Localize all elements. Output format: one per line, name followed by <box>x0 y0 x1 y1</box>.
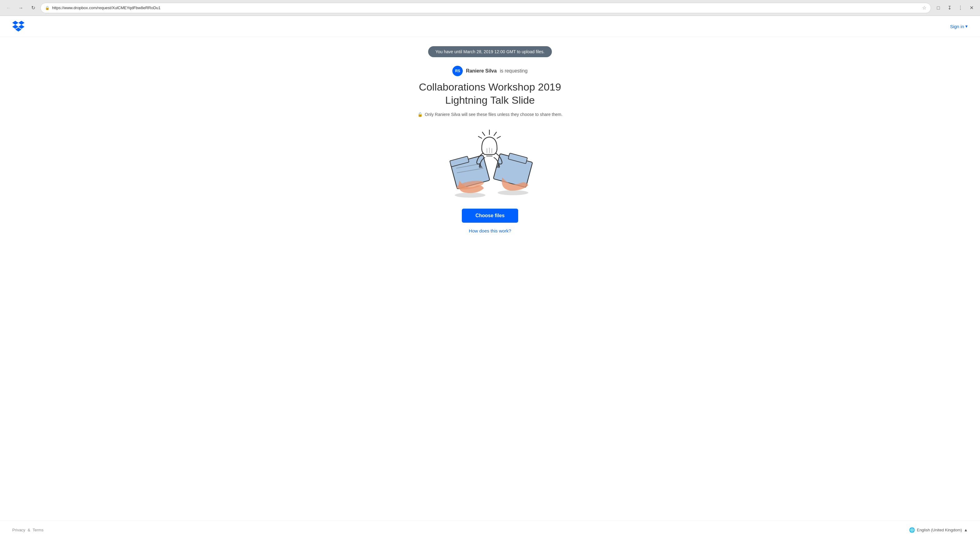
sign-in-arrow: ▾ <box>965 24 968 29</box>
svg-point-3 <box>455 193 485 198</box>
globe-icon: 🌐 <box>909 527 915 533</box>
requester-row: RS Raniere Silva is requesting <box>452 66 527 76</box>
cast-button[interactable]: □ <box>934 3 943 13</box>
address-bar: 🔒 ☆ <box>40 3 931 13</box>
privacy-text: Only Raniere Silva will see these files … <box>425 112 563 117</box>
main-content: You have until March 28, 2019 12:00 GMT … <box>0 37 980 521</box>
language-arrow: ▲ <box>964 528 968 532</box>
page-footer: Privacy & Terms 🌐 English (United Kingdo… <box>0 521 980 539</box>
choose-files-label: Choose files <box>475 213 504 218</box>
sign-in-button[interactable]: Sign in ▾ <box>950 24 968 29</box>
language-selector[interactable]: 🌐 English (United Kingdom) ▲ <box>909 527 968 533</box>
avatar: RS <box>452 66 463 76</box>
save-button[interactable]: ↧ <box>945 3 954 13</box>
illustration-area <box>444 125 536 199</box>
request-title: Collaborations Workshop 2019 Lightning T… <box>410 81 570 106</box>
close-button[interactable]: ✕ <box>967 3 976 13</box>
back-button[interactable]: ← <box>4 3 13 13</box>
how-link-label: How does this work? <box>469 228 511 233</box>
sign-in-label: Sign in <box>950 24 964 29</box>
menu-button[interactable]: ⋮ <box>956 3 965 13</box>
url-input[interactable] <box>52 5 920 10</box>
upload-illustration <box>444 125 536 199</box>
lock-icon: 🔒 <box>45 6 49 10</box>
browser-actions: □ ↧ ⋮ ✕ <box>934 3 976 13</box>
footer-links: Privacy & Terms <box>12 528 43 532</box>
svg-point-8 <box>498 190 528 195</box>
how-does-this-work-link[interactable]: How does this work? <box>469 228 511 233</box>
language-label: English (United Kingdom) <box>917 528 962 532</box>
forward-button[interactable]: → <box>16 3 26 13</box>
dropbox-logo <box>12 21 24 32</box>
browser-chrome: ← → ↻ 🔒 ☆ □ ↧ ⋮ ✕ <box>0 0 980 16</box>
svg-line-12 <box>497 136 500 138</box>
requester-action: is requesting <box>500 68 528 74</box>
dropbox-logo-icon <box>12 21 24 32</box>
privacy-link[interactable]: Privacy <box>12 528 25 532</box>
reload-button[interactable]: ↻ <box>28 3 38 13</box>
bookmark-icon[interactable]: ☆ <box>922 5 926 11</box>
choose-files-button[interactable]: Choose files <box>462 209 518 223</box>
page-wrapper: Sign in ▾ You have until March 28, 2019 … <box>0 16 980 539</box>
terms-link[interactable]: Terms <box>33 528 43 532</box>
page-header: Sign in ▾ <box>0 16 980 37</box>
requester-name: Raniere Silva <box>466 68 497 74</box>
svg-line-13 <box>478 136 482 138</box>
svg-line-10 <box>494 132 496 136</box>
privacy-lock-icon: 🔒 <box>417 112 423 117</box>
deadline-text: You have until March 28, 2019 12:00 GMT … <box>436 49 544 54</box>
footer-separator: & <box>27 528 32 532</box>
svg-line-11 <box>482 132 485 136</box>
privacy-note: 🔒 Only Raniere Silva will see these file… <box>417 112 563 117</box>
deadline-banner: You have until March 28, 2019 12:00 GMT … <box>428 46 552 57</box>
